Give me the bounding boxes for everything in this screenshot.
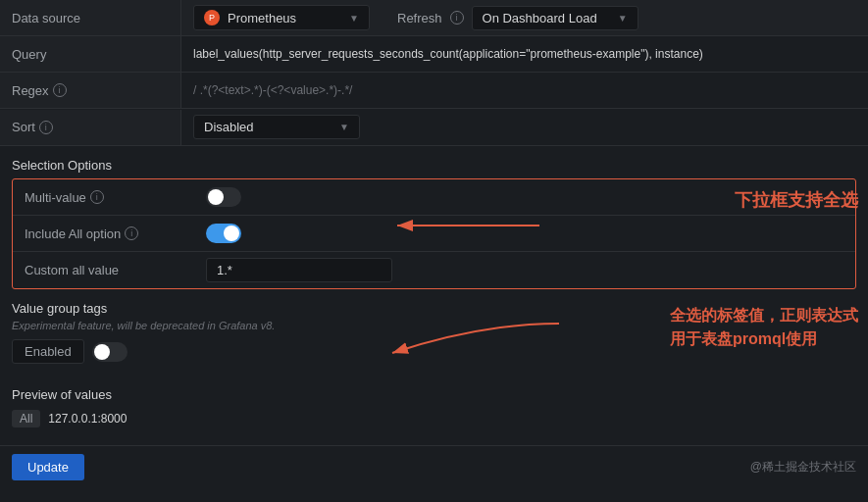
query-label-text: Query	[12, 47, 46, 62]
sort-select[interactable]: Disabled ▼	[193, 115, 360, 139]
multi-value-label-text: Multi-value	[25, 190, 86, 205]
query-label: Query	[0, 36, 181, 72]
include-all-toggle[interactable]	[206, 224, 241, 243]
selection-options-section: Selection Options Multi-value i	[0, 146, 868, 289]
multi-value-toggle-knob	[208, 189, 224, 205]
custom-all-label-text: Custom all value	[25, 263, 119, 277]
bottom-bar: Update @稀土掘金技术社区	[0, 445, 868, 488]
custom-all-row: Custom all value	[13, 252, 855, 288]
preview-values: All 127.0.0.1:8000	[12, 410, 856, 427]
preview-section: Preview of values All 127.0.0.1:8000	[0, 376, 868, 439]
regex-label: Regex i	[0, 73, 181, 108]
custom-all-input[interactable]	[206, 258, 392, 282]
refresh-select[interactable]: On Dashboard Load ▼	[472, 6, 638, 30]
sort-value: Disabled ▼	[181, 109, 868, 145]
multi-value-toggle[interactable]	[206, 187, 241, 207]
preview-title: Preview of values	[12, 387, 856, 402]
datasource-row: Data source P Prometheus ▼ Refresh i On …	[0, 0, 868, 36]
preview-value-item: 127.0.0.1:8000	[48, 412, 127, 426]
sort-info-icon[interactable]: i	[39, 121, 53, 134]
regex-label-text: Regex	[12, 83, 49, 98]
include-all-label-text: Include All option	[25, 226, 121, 241]
selection-options-area: Multi-value i Include All option i	[0, 178, 868, 289]
annotation1-text: 下拉框支持全选	[735, 190, 858, 210]
preview-all-badge: All	[12, 410, 40, 427]
sort-label: Sort i	[0, 110, 181, 145]
regex-text: / .*(?<text>.*)-(<?<value>.*)-.*/	[193, 83, 352, 97]
query-row: Query label_values(http_server_requests_…	[0, 36, 868, 73]
custom-all-value	[194, 252, 855, 288]
include-all-toggle-knob	[224, 226, 239, 241]
multi-value-label: Multi-value i	[13, 179, 194, 215]
refresh-section: Refresh i On Dashboard Load ▼	[385, 6, 650, 30]
sort-row: Sort i Disabled ▼	[0, 109, 868, 146]
query-text: label_values(http_server_requests_second…	[193, 47, 703, 61]
refresh-option: On Dashboard Load	[483, 11, 597, 25]
datasource-label-text: Data source	[12, 11, 80, 25]
prometheus-icon: P	[204, 10, 220, 25]
refresh-arrow-icon: ▼	[618, 13, 628, 24]
selection-options-title: Selection Options	[12, 158, 112, 173]
selection-options-header: Selection Options	[0, 146, 868, 178]
value-group-toggle-knob	[94, 344, 110, 360]
refresh-info-icon[interactable]: i	[450, 11, 464, 25]
regex-info-icon[interactable]: i	[53, 83, 67, 97]
datasource-name: Prometheus	[228, 11, 296, 25]
sort-label-text: Sort	[12, 120, 35, 134]
regex-row: Regex i / .*(?<text>.*)-(<?<value>.*)-.*…	[0, 73, 868, 109]
annotation-arrow-1	[387, 206, 544, 245]
update-button[interactable]: Update	[12, 454, 84, 480]
refresh-label: Refresh	[397, 11, 442, 25]
custom-all-label: Custom all value	[13, 253, 194, 288]
regex-value: / .*(?<text>.*)-(<?<value>.*)-.*/	[181, 77, 868, 103]
datasource-arrow-icon: ▼	[349, 13, 359, 24]
annotation-text-2: 全选的标签值，正则表达式 用于表盘promql使用	[670, 304, 858, 351]
value-group-enabled-badge: Enabled	[12, 339, 84, 364]
value-group-toggle[interactable]	[92, 342, 128, 362]
sort-arrow-icon: ▼	[339, 122, 349, 132]
multi-value-info-icon[interactable]: i	[90, 190, 104, 204]
include-all-label: Include All option i	[13, 216, 194, 251]
query-value: label_values(http_server_requests_second…	[181, 41, 868, 67]
watermark-text: @稀土掘金技术社区	[750, 459, 856, 476]
datasource-label: Data source	[0, 0, 181, 35]
annotation-text-1: 下拉框支持全选	[735, 188, 858, 212]
sort-selected-option: Disabled	[204, 120, 254, 134]
annotation-arrow-2	[383, 314, 579, 363]
datasource-select[interactable]: P Prometheus ▼	[193, 5, 370, 30]
include-all-info-icon[interactable]: i	[125, 226, 138, 240]
